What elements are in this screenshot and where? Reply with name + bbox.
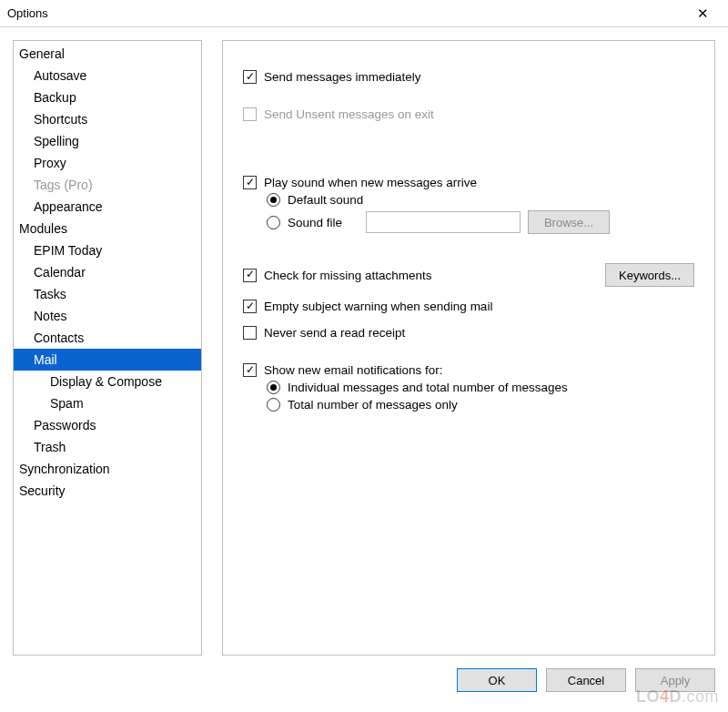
checkbox-never-receipt[interactable] bbox=[243, 326, 257, 340]
tree-epim-today[interactable]: EPIM Today bbox=[14, 239, 201, 261]
tree-synchronization[interactable]: Synchronization bbox=[14, 458, 201, 480]
row-show-notifications: Show new email notifications for: bbox=[243, 363, 694, 377]
row-total-only: Total number of messages only bbox=[243, 398, 694, 412]
dialog-body: General Autosave Backup Shortcuts Spelli… bbox=[0, 27, 728, 656]
tree-display-compose[interactable]: Display & Compose bbox=[14, 371, 201, 392]
checkbox-show-notifications[interactable] bbox=[243, 363, 257, 377]
row-never-receipt: Never send a read receipt bbox=[243, 326, 694, 340]
tree-contacts[interactable]: Contacts bbox=[14, 327, 201, 349]
label-default-sound: Default sound bbox=[288, 193, 363, 207]
nav-tree: General Autosave Backup Shortcuts Spelli… bbox=[13, 40, 202, 656]
radio-default-sound[interactable] bbox=[267, 193, 280, 207]
tree-mail[interactable]: Mail bbox=[14, 349, 201, 371]
row-send-immediately: Send messages immediately bbox=[243, 70, 694, 84]
tree-tasks[interactable]: Tasks bbox=[14, 283, 201, 305]
tree-appearance[interactable]: Appearance bbox=[14, 196, 201, 218]
tree-shortcuts[interactable]: Shortcuts bbox=[14, 108, 201, 130]
row-check-attachments: Check for missing attachments Keywords..… bbox=[243, 263, 694, 287]
tree-backup[interactable]: Backup bbox=[14, 86, 201, 108]
checkbox-empty-subject[interactable] bbox=[243, 300, 257, 313]
row-empty-subject: Empty subject warning when sending mail bbox=[243, 300, 694, 313]
close-icon[interactable]: ✕ bbox=[684, 5, 721, 22]
tree-general[interactable]: General bbox=[14, 43, 201, 65]
tree-security[interactable]: Security bbox=[14, 480, 201, 502]
label-total-only: Total number of messages only bbox=[288, 398, 458, 412]
row-individual-msgs: Individual messages and total number of … bbox=[243, 381, 694, 394]
tree-notes[interactable]: Notes bbox=[14, 305, 201, 327]
tree-tags-pro: Tags (Pro) bbox=[14, 174, 201, 196]
cancel-button[interactable]: Cancel bbox=[546, 668, 626, 692]
row-play-sound: Play sound when new messages arrive bbox=[243, 176, 694, 189]
mail-settings-panel: Send messages immediately Send Unsent me… bbox=[222, 40, 715, 656]
label-individual-msgs: Individual messages and total number of … bbox=[288, 381, 568, 394]
radio-sound-file[interactable] bbox=[267, 216, 280, 229]
tree-trash[interactable]: Trash bbox=[14, 436, 201, 458]
browse-button[interactable]: Browse... bbox=[528, 210, 610, 234]
tree-spam[interactable]: Spam bbox=[14, 392, 201, 414]
tree-autosave[interactable]: Autosave bbox=[14, 65, 201, 86]
tree-calendar[interactable]: Calendar bbox=[14, 261, 201, 283]
label-show-notifications: Show new email notifications for: bbox=[264, 363, 443, 377]
checkbox-play-sound[interactable] bbox=[243, 176, 257, 189]
label-play-sound: Play sound when new messages arrive bbox=[264, 176, 477, 189]
tree-modules[interactable]: Modules bbox=[14, 218, 201, 239]
label-send-immediately: Send messages immediately bbox=[264, 70, 421, 84]
tree-spelling[interactable]: Spelling bbox=[14, 130, 201, 152]
checkbox-send-unsent bbox=[243, 107, 257, 121]
label-send-unsent: Send Unsent messages on exit bbox=[264, 107, 434, 121]
radio-individual-msgs[interactable] bbox=[267, 381, 280, 394]
tree-passwords[interactable]: Passwords bbox=[14, 414, 201, 436]
checkbox-send-immediately[interactable] bbox=[243, 70, 257, 84]
apply-button[interactable]: Apply bbox=[635, 668, 715, 692]
label-empty-subject: Empty subject warning when sending mail bbox=[264, 300, 492, 313]
label-check-attachments: Check for missing attachments bbox=[264, 269, 432, 282]
keywords-button[interactable]: Keywords... bbox=[605, 263, 694, 287]
radio-total-only[interactable] bbox=[267, 398, 280, 412]
tree-proxy[interactable]: Proxy bbox=[14, 152, 201, 174]
dialog-footer: OK Cancel Apply bbox=[0, 656, 728, 692]
row-send-unsent: Send Unsent messages on exit bbox=[243, 107, 694, 121]
label-sound-file: Sound file bbox=[288, 216, 342, 229]
window-title: Options bbox=[7, 6, 48, 20]
label-never-receipt: Never send a read receipt bbox=[264, 326, 405, 340]
row-default-sound: Default sound bbox=[243, 193, 694, 207]
ok-button[interactable]: OK bbox=[457, 668, 537, 692]
row-sound-file: Sound file Browse... bbox=[243, 210, 694, 234]
input-sound-file[interactable] bbox=[366, 211, 521, 233]
titlebar: Options ✕ bbox=[0, 0, 728, 27]
checkbox-check-attachments[interactable] bbox=[243, 269, 257, 282]
